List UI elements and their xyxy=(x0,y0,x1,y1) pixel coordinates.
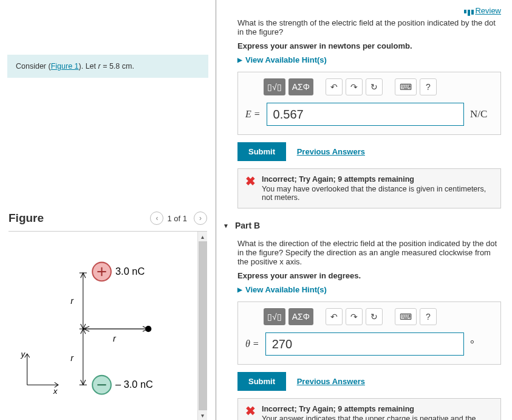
figure-link[interactable]: Figure 1 xyxy=(51,62,79,71)
partb-header[interactable]: Part B xyxy=(223,221,501,230)
parta-input[interactable] xyxy=(267,103,464,126)
keyboard-button[interactable]: ⌨ xyxy=(395,78,417,95)
svg-point-11 xyxy=(145,326,151,332)
greek-button[interactable]: ΑΣΦ xyxy=(288,78,313,95)
parta-submit-button[interactable]: Submit xyxy=(237,142,286,161)
figure-page-count: 1 of 1 xyxy=(167,214,187,223)
help-button[interactable]: ? xyxy=(420,78,437,95)
parta-answer-box: ▯√▯ ΑΣΦ ↶ ↷ ↻ ⌨ ? E = N/C xyxy=(237,72,501,135)
problem-statement: Consider (Figure 1). Let r = 5.8 cm. xyxy=(7,55,208,78)
figure-diagram: y x r r r xyxy=(9,232,195,420)
keyboard-button[interactable]: ⌨ xyxy=(395,308,417,325)
partb-answer-box: ▯√▯ ΑΣΦ ↶ ↷ ↻ ⌨ ? θ = ° xyxy=(237,301,501,365)
svg-text:y: y xyxy=(20,349,26,359)
partb-submit-button[interactable]: Submit xyxy=(237,372,286,391)
svg-text:x: x xyxy=(53,387,58,396)
svg-text:r: r xyxy=(70,296,74,306)
redo-button[interactable]: ↷ xyxy=(346,78,363,95)
svg-text:3.0 nC: 3.0 nC xyxy=(115,266,145,277)
figure-scrollbar[interactable]: ▴ ▾ xyxy=(197,232,207,420)
partb-unit: ° xyxy=(470,338,493,350)
scroll-down-icon[interactable]: ▾ xyxy=(201,410,204,420)
figure-prev-button[interactable]: ‹ xyxy=(150,212,163,225)
figure-title: Figure xyxy=(9,212,147,225)
redo-button[interactable]: ↷ xyxy=(346,308,363,325)
help-button[interactable]: ? xyxy=(420,308,437,325)
parta-unit: N/C xyxy=(470,108,493,120)
review-icon xyxy=(464,10,474,16)
fraction-sqrt-button[interactable]: ▯√▯ xyxy=(264,78,285,95)
parta-lhs: E = xyxy=(245,109,261,120)
undo-button[interactable]: ↶ xyxy=(326,308,343,325)
partb-instruction: Express your answer in degrees. xyxy=(237,271,501,280)
parta-question: What is the strength of the electric fie… xyxy=(237,18,501,36)
partb-lhs: θ = xyxy=(245,339,259,349)
scroll-up-icon[interactable]: ▴ xyxy=(201,232,204,241)
incorrect-icon: ✖ xyxy=(245,175,256,202)
svg-text:r: r xyxy=(70,353,74,363)
reset-button[interactable]: ↻ xyxy=(366,78,383,95)
svg-text:r: r xyxy=(113,334,117,343)
parta-instruction: Express your answer in newtons per coulo… xyxy=(237,41,501,50)
figure-next-button[interactable]: › xyxy=(194,212,207,225)
partb-input[interactable] xyxy=(265,332,464,356)
partb-previous-answers[interactable]: Previous Answers xyxy=(297,377,365,386)
fraction-sqrt-button[interactable]: ▯√▯ xyxy=(264,308,285,325)
parta-previous-answers[interactable]: Previous Answers xyxy=(297,147,365,156)
partb-hints-toggle[interactable]: View Available Hint(s) xyxy=(237,285,501,294)
parta-feedback: ✖ Incorrect; Try Again; 9 attempts remai… xyxy=(237,168,501,208)
review-link[interactable]: Review xyxy=(464,6,501,15)
partb-feedback: ✖ Incorrect; Try Again; 9 attempts remai… xyxy=(237,398,501,420)
svg-text:– 3.0 nC: – 3.0 nC xyxy=(115,379,153,390)
reset-button[interactable]: ↻ xyxy=(366,308,383,325)
partb-question: What is the direction of the electric fi… xyxy=(237,239,501,266)
undo-button[interactable]: ↶ xyxy=(326,78,343,95)
parta-hints-toggle[interactable]: View Available Hint(s) xyxy=(237,55,501,64)
incorrect-icon: ✖ xyxy=(245,405,256,420)
greek-button[interactable]: ΑΣΦ xyxy=(288,308,313,325)
